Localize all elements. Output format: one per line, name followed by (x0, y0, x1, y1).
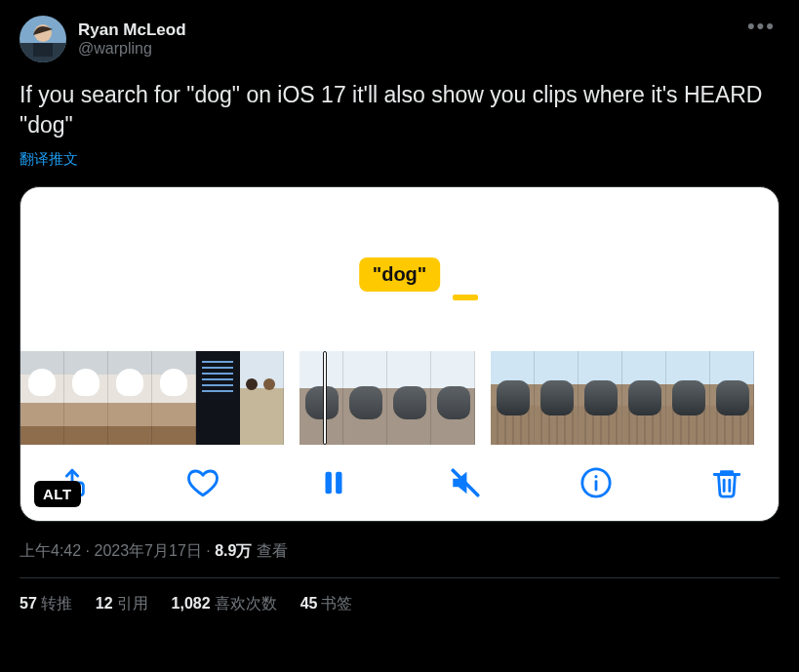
author-block[interactable]: Ryan McLeod @warpling (20, 16, 186, 62)
mute-icon[interactable] (449, 466, 482, 499)
handle[interactable]: @warpling (78, 40, 186, 58)
thumbnail (666, 351, 710, 445)
thumbnail (108, 351, 152, 445)
retweets-stat[interactable]: 57转推 (20, 594, 72, 614)
thumbnail (196, 351, 240, 445)
views-count: 8.9万 (215, 542, 252, 559)
clip-group-1[interactable] (20, 351, 284, 445)
match-marker (453, 295, 478, 300)
avatar[interactable] (20, 16, 66, 62)
thumbnail (240, 351, 284, 445)
tweet-header: Ryan McLeod @warpling ••• (20, 16, 779, 62)
thumbnail (710, 351, 754, 445)
svg-point-10 (594, 475, 597, 478)
media-card[interactable]: "dog" (20, 186, 779, 522)
meta-line: 上午4:42 · 2023年7月17日 · 8.9万 查看 (20, 541, 779, 562)
tweet-time[interactable]: 上午4:42 (20, 542, 81, 559)
svg-rect-5 (326, 472, 332, 494)
thumbnail (387, 351, 431, 445)
thumbnail (152, 351, 196, 445)
clip-group-3[interactable] (491, 351, 754, 445)
translate-link[interactable]: 翻译推文 (20, 150, 779, 169)
thumbnail (491, 351, 535, 445)
video-scrubber[interactable]: "dog" (20, 187, 779, 445)
tweet-date[interactable]: 2023年7月17日 (94, 542, 201, 559)
views-label: 查看 (252, 542, 287, 559)
trash-icon[interactable] (710, 466, 743, 499)
thumbnail (622, 351, 666, 445)
more-icon[interactable]: ••• (743, 16, 779, 36)
media-toolbar (20, 445, 779, 521)
svg-rect-6 (337, 472, 342, 494)
pause-icon[interactable] (317, 466, 350, 499)
heart-icon[interactable] (186, 466, 220, 499)
thumbnail (20, 351, 64, 445)
thumbnail (431, 351, 475, 445)
bookmarks-stat[interactable]: 45书签 (300, 594, 353, 614)
thumbnail (343, 351, 387, 445)
tweet-container: Ryan McLeod @warpling ••• If you search … (0, 0, 799, 614)
author-names: Ryan McLeod @warpling (78, 20, 186, 58)
filmstrip[interactable] (20, 351, 779, 445)
thumbnail (579, 351, 622, 445)
svg-rect-3 (33, 43, 53, 57)
clip-group-2[interactable] (300, 351, 475, 445)
search-term-chip: "dog" (359, 257, 441, 292)
thumbnail (300, 351, 343, 445)
info-icon[interactable] (579, 466, 613, 499)
stats-row: 57转推 12引用 1,082喜欢次数 45书签 (20, 578, 779, 614)
display-name[interactable]: Ryan McLeod (78, 20, 186, 40)
tweet-text: If you search for "dog" on iOS 17 it'll … (20, 80, 779, 140)
playhead[interactable] (323, 351, 327, 445)
quotes-stat[interactable]: 12引用 (96, 594, 148, 614)
thumbnail (64, 351, 108, 445)
thumbnail (535, 351, 579, 445)
alt-badge[interactable]: ALT (34, 481, 81, 507)
likes-stat[interactable]: 1,082喜欢次数 (172, 594, 277, 614)
